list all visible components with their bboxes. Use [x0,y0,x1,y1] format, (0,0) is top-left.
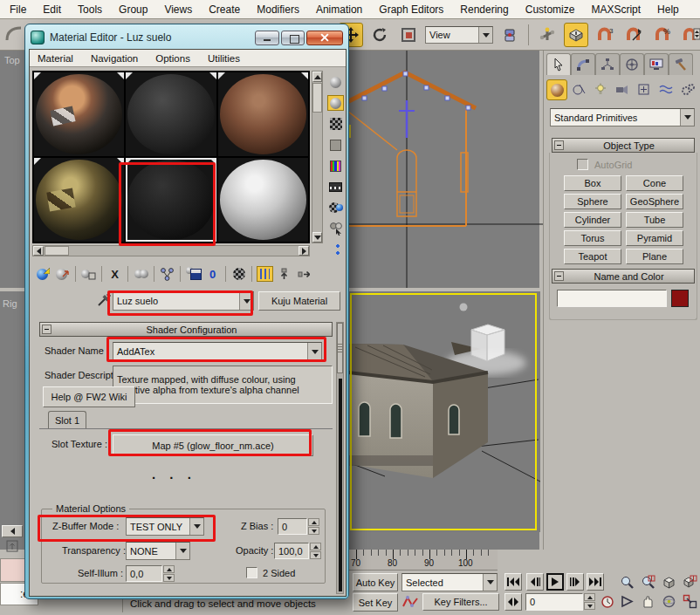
opacity-spinner[interactable] [310,543,321,559]
time-configuration-icon[interactable] [599,593,616,611]
keyboard-shortcut-override-icon[interactable] [564,23,588,47]
name-color-rollout-header[interactable]: Name and Color [552,269,695,284]
zoom-extents-all-icon[interactable] [679,572,700,591]
sample-slot-6[interactable] [218,158,308,242]
object-name-input[interactable] [557,290,667,307]
primitives-dropdown-arrow[interactable] [680,109,694,126]
zoom-all-icon[interactable] [637,572,658,591]
transparency-dropdown[interactable]: NONE [126,542,190,560]
material-type-button[interactable]: Kuju Material [258,291,340,311]
close-icon[interactable] [306,31,343,45]
me-menu-utilities[interactable]: Utilities [208,53,240,64]
space-warps-icon[interactable] [655,79,676,100]
timeline-left-scroll-icon[interactable] [2,525,23,537]
zoom-icon[interactable] [616,572,637,591]
make-material-copy-icon[interactable] [133,266,149,282]
reset-map-icon[interactable]: X [106,266,123,282]
backlight-icon[interactable] [327,95,344,111]
utilities-tab[interactable] [669,53,693,75]
menu-create[interactable]: Create [206,3,243,17]
me-menu-material[interactable]: Material [38,53,73,64]
select-and-scale-icon[interactable] [396,23,421,47]
select-by-material-icon[interactable] [327,221,344,236]
torus-button[interactable]: Torus [564,230,621,246]
display-tab[interactable] [644,53,669,75]
autogrid-checkbox[interactable] [577,159,588,170]
tube-button[interactable]: Tube [626,212,683,228]
timeline-ruler[interactable]: 70 80 90 100 [347,550,498,571]
play-button-icon[interactable] [546,573,564,591]
material-editor-titlebar[interactable]: Material Editor - Luz suelo [31,28,343,47]
menu-help[interactable]: Help [655,3,682,17]
viewport-right-label[interactable]: Rig [3,298,17,309]
video-color-check-icon[interactable] [327,158,344,174]
spinner-snap-toggle-icon[interactable] [679,23,700,47]
sample-slot-1[interactable] [34,72,124,156]
sample-vertical-scrollbar[interactable] [312,71,323,243]
menu-tools[interactable]: Tools [75,3,105,17]
put-material-to-scene-icon[interactable] [54,266,71,282]
material-id-channel-icon[interactable]: 0 [204,266,221,282]
self-illum-field[interactable]: 0,0 [126,565,162,582]
zoom-extents-icon[interactable] [658,572,679,591]
use-pivot-point-center-icon[interactable] [498,23,522,47]
background-icon[interactable] [327,116,344,132]
menu-file[interactable]: File [7,3,29,17]
snaps-toggle-icon[interactable]: 3 [593,23,617,47]
me-menu-navigation[interactable]: Navigation [91,53,138,64]
geosphere-button[interactable]: GeoSphere [626,194,683,209]
show-end-result-icon[interactable] [257,266,273,282]
object-type-rollout-header[interactable]: Object Type [552,138,695,153]
material-editor-options-icon[interactable] [327,200,344,215]
geometry-icon[interactable] [546,79,567,100]
systems-icon[interactable] [677,79,698,100]
pan-icon[interactable] [637,591,658,611]
modify-tab[interactable] [571,53,595,75]
show-map-in-viewport-icon[interactable] [230,266,247,282]
undo-icon[interactable] [3,23,26,45]
menu-rendering[interactable]: Rendering [457,3,511,17]
make-preview-icon[interactable] [327,179,344,195]
collapse-icon[interactable] [554,271,564,281]
put-to-library-icon[interactable] [185,266,202,282]
sample-horizontal-scrollbar[interactable] [32,245,310,256]
field-of-view-icon[interactable] [616,591,637,611]
arc-rotate-icon[interactable] [658,591,679,611]
sphere-button[interactable]: Sphere [564,194,621,209]
transparency-arrow[interactable] [175,543,189,559]
menu-maxscript[interactable]: MAXScript [588,3,643,17]
make-unique-icon[interactable] [159,266,175,282]
assign-material-to-selection-icon[interactable] [80,266,97,282]
select-and-manipulate-icon[interactable] [535,23,559,47]
two-sided-checkbox[interactable] [246,567,257,578]
percent-snap-toggle-icon[interactable]: % [650,23,675,47]
menu-customize[interactable]: Customize [523,3,578,17]
shader-configuration-header[interactable]: Shader Configuration [39,322,333,337]
isolate-selection-icon[interactable] [5,539,19,553]
plane-button[interactable]: Plane [626,249,683,264]
create-tab[interactable] [546,53,571,75]
previous-frame-icon[interactable] [526,573,544,591]
get-material-icon[interactable] [35,266,51,282]
z-bias-field[interactable]: 0 [278,518,307,535]
coord-dropdown-arrow[interactable] [478,27,492,43]
angle-snap-toggle-icon[interactable] [621,23,646,47]
lights-icon[interactable] [590,79,611,100]
maximize-icon[interactable] [281,31,305,45]
collapse-icon[interactable] [554,140,564,150]
box-button[interactable]: Box [564,175,621,191]
perspective-viewport[interactable] [348,291,540,532]
selection-set-arrow[interactable] [483,574,497,591]
sample-type-icon[interactable] [327,74,344,90]
menu-graph-editors[interactable]: Graph Editors [376,3,446,17]
viewport-top-label[interactable]: Top [4,55,20,65]
auto-key-button[interactable]: Auto Key [353,573,398,591]
cone-button[interactable]: Cone [626,175,683,191]
minimize-icon[interactable] [255,31,279,45]
collapse-icon[interactable] [42,325,51,334]
help-fw2-wiki-button[interactable]: Help @ FW2 Wiki [43,386,135,407]
cameras-icon[interactable] [612,79,633,100]
maximize-viewport-toggle-icon[interactable] [679,591,700,611]
go-to-start-icon[interactable] [504,573,522,591]
helpers-icon[interactable] [634,79,655,100]
